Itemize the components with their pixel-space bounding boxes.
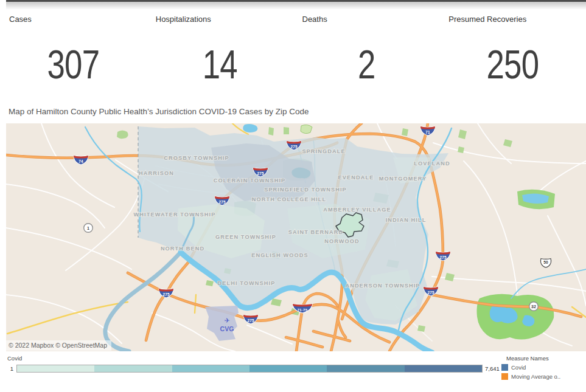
svg-text:275: 275 <box>439 255 447 260</box>
kpi-cases[interactable]: Cases 307 <box>0 10 147 101</box>
covid-zip-map[interactable]: ✈ CVG 742752752752752752752757171·751325… <box>6 123 586 351</box>
kpi-value: 307 <box>15 41 132 88</box>
ramp-segment <box>94 365 172 372</box>
kpi-value: 2 <box>308 41 425 88</box>
kpi-presumed-recoveries[interactable]: Presumed Recoveries 250 <box>439 10 586 101</box>
svg-text:275: 275 <box>218 200 226 204</box>
color-legend-title: Covid <box>7 355 22 362</box>
svg-text:32: 32 <box>531 304 536 309</box>
svg-text:71·75: 71·75 <box>298 308 308 312</box>
town-label: AMBERLEY VILLAGE <box>323 207 391 213</box>
kpi-row: Cases 307 Hospitalizations 14 Deaths 2 P… <box>0 10 586 101</box>
town-label: SAINT BERNARD <box>288 229 343 235</box>
town-label: NORTH BEND <box>161 246 204 252</box>
town-label: HARRISON <box>139 170 174 176</box>
town-label: GREEN TOWNSHIP <box>215 234 276 240</box>
svg-text:275: 275 <box>257 171 264 176</box>
kpi-label: Deaths <box>302 15 327 24</box>
kpi-value: 14 <box>161 41 279 88</box>
town-label: DELHI TOWNSHIP <box>218 280 276 286</box>
map-canvas: ✈ CVG 742752752752752752752757171·751325… <box>6 123 586 351</box>
town-label: SPRINGFIELD TOWNSHIP <box>264 187 347 193</box>
town-label: WHITEWATER TOWNSHIP <box>134 211 216 218</box>
plane-icon: ✈ <box>224 317 229 324</box>
color-legend-ramp[interactable] <box>16 365 483 373</box>
svg-text:50: 50 <box>543 260 548 264</box>
window-top-shadow <box>6 2 586 10</box>
dashboard: Cases 307 Hospitalizations 14 Deaths 2 P… <box>0 0 586 392</box>
town-label: NORWOOD <box>324 238 360 244</box>
kpi-label: Hospitalizations <box>156 15 211 24</box>
airport-code-label: CVG <box>220 325 234 332</box>
moving-average-swatch <box>501 373 508 380</box>
town-label: NORTH COLLEGE HILL <box>252 196 326 202</box>
ramp-segment <box>249 365 327 372</box>
town-label: EVENDALE <box>338 174 374 181</box>
ramp-segment <box>17 365 94 372</box>
legend-item-covid[interactable]: Covid <box>501 364 560 371</box>
svg-text:275: 275 <box>247 318 254 323</box>
legend-item-label: Moving Average o.. <box>511 373 560 380</box>
measure-names-legend[interactable]: Measure Names Covid Moving Average o.. <box>501 355 560 380</box>
route-shield-32: 32 <box>529 302 539 311</box>
svg-text:74: 74 <box>78 159 83 163</box>
town-label: SPRINGDALE <box>302 148 345 154</box>
color-legend-min: 1 <box>4 365 13 372</box>
svg-text:71: 71 <box>425 130 430 134</box>
map-attribution[interactable]: © 2022 Mapbox © OpenStreetMap <box>6 340 111 351</box>
svg-text:1: 1 <box>87 226 89 230</box>
kpi-deaths[interactable]: Deaths 2 <box>293 10 440 101</box>
covid-swatch <box>501 364 508 371</box>
legend-item-moving-average[interactable]: Moving Average o.. <box>501 373 560 380</box>
town-label: LOVELAND <box>414 160 450 167</box>
svg-text:275: 275 <box>427 291 434 295</box>
town-label: COLERAIN TOWNSHIP <box>214 177 286 184</box>
svg-text:275: 275 <box>162 292 170 297</box>
kpi-label: Presumed Recoveries <box>448 15 526 24</box>
ramp-segment <box>172 365 249 372</box>
town-label: INDIAN HILL <box>386 217 427 223</box>
town-label: MONTGOMERY <box>379 176 427 182</box>
kpi-hospitalizations[interactable]: Hospitalizations 14 <box>147 10 293 101</box>
town-label: ANDERSON TOWNSHIP <box>345 283 420 289</box>
measure-names-title: Measure Names <box>506 355 560 362</box>
legend-item-label: Covid <box>511 364 526 371</box>
svg-text:275: 275 <box>290 145 298 149</box>
town-label: CROSBY TOWNSHIP <box>164 155 229 161</box>
town-label: ENGLISH WOODS <box>251 252 308 258</box>
color-legend-max: 7,641 <box>485 365 500 372</box>
kpi-label: Cases <box>9 15 32 24</box>
kpi-value: 250 <box>454 41 571 88</box>
map-title: Map of Hamilton County Public Health’s J… <box>9 107 309 116</box>
route-shield-1: 1 <box>84 224 93 233</box>
ramp-segment <box>405 365 482 372</box>
ramp-segment <box>327 365 404 372</box>
